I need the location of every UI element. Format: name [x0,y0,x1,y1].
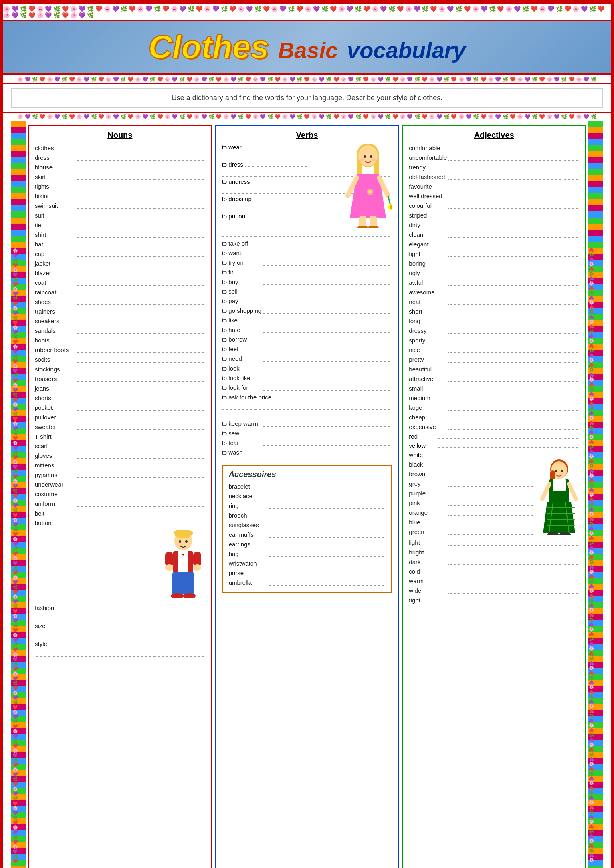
list-item: dirty [409,221,579,229]
list-item: beautiful [409,365,579,373]
list-item: well dressed [409,192,579,200]
list-item: to keep warm [222,419,392,428]
list-item: grey [409,479,536,488]
list-item: warm [409,577,579,585]
list-item: to take off [222,239,392,248]
list-item: favourite [409,182,579,191]
header: Clothes Basic vocabulary [3,21,611,75]
page: 🌸 💜 🌿 ❤️ 🌸 💜 🌿 ❤️ 🌸 💜 🌿 ❤️ 🌸 💜 🌿 ❤️ 🌸 💜 … [0,0,614,868]
mid-deco-strip: 🌸 💜 🌿 ❤️ 🌸 💜 🌿 ❤️ 🌸 💜 🌿 ❤️ 🌸 💜 🌿 ❤️ 🌸 💜 … [3,75,611,84]
list-item: blouse [35,163,205,171]
list-item: to fit [222,268,392,276]
header-title: Clothes Basic vocabulary [148,28,465,65]
svg-point-31 [368,226,379,228]
list-item: pretty [409,355,579,364]
list-item: jacket [35,259,205,268]
list-item: bracelet [229,482,386,491]
list-item: light [409,538,579,547]
list-item: nice [409,346,579,354]
adjectives-column: Adjectives comfortable uncomfortable tre… [402,125,586,868]
list-item: earrings [229,540,386,548]
list-item: ear muffs [229,530,386,539]
list-item: long [409,317,579,325]
svg-point-34 [360,158,365,161]
deco-icon-1: 🌸 💜 🌿 ❤️ 🌸 💜 🌿 ❤️ 🌸 💜 🌿 ❤️ 🌸 💜 🌿 ❤️ 🌸 💜 … [3,6,611,18]
deco-strip-2: 🌸 💜 🌿 ❤️ 🌸 💜 🌿 ❤️ 🌸 💜 🌿 ❤️ 🌸 💜 🌿 ❤️ 🌸 💜 … [3,112,611,121]
list-item: brooch [229,511,386,520]
deco-mid: 🌸 💜 🌿 ❤️ 🌸 💜 🌿 ❤️ 🌸 💜 🌿 ❤️ 🌸 💜 🌿 ❤️ 🌸 💜 … [17,77,596,82]
verbs-column: Verbs [215,125,399,868]
title-vocabulary: vocabulary [347,38,466,63]
list-item: jeans [35,384,205,393]
list-item: ugly [409,269,579,277]
vocabulary-columns: Nouns clothes dress blouse skirt tights … [26,121,588,868]
svg-point-19 [358,145,378,166]
list-item: to borrow [222,335,392,344]
list-item: to sell [222,287,392,296]
svg-point-8 [193,564,201,571]
list-item: necklace [229,492,386,500]
instruction-text: Use a dictionary and find the words for … [11,88,603,108]
list-item: pink [409,499,536,507]
list-item: sporty [409,336,579,344]
list-item: purse [229,569,386,577]
list-item: green [409,528,536,536]
list-item: to like [222,316,392,324]
svg-point-54 [561,470,563,472]
list-item: trendy [409,163,579,171]
list-item: pocket [35,403,205,412]
list-item: rubber boots [35,346,205,354]
main-content: 🌸💜🌿❤️🌸💜🌿❤️🌸💜🌿❤️🌸💜🌿❤️🌸💜🌿❤️🌸💜🌿❤️🌸💜🌿❤️🌸💜🌿❤️… [11,121,603,868]
nouns-header: Nouns [35,131,205,140]
list-item: raincoat [35,288,205,296]
title-clothes: Clothes [148,28,269,65]
list-item: shoes [35,298,205,306]
list-item: socks [35,355,205,364]
list-item: skirt [35,173,205,181]
boy-character [35,530,205,601]
svg-line-50 [569,484,576,499]
list-item: to ask for the price [222,393,392,401]
list-item: costume [35,490,205,498]
list-item: umbrella [229,578,386,587]
list-item: cold [409,567,579,576]
list-item: expensive [409,423,579,431]
svg-point-53 [555,470,557,472]
verbs-header: Verbs [222,131,392,140]
boy-figure-svg [161,530,205,598]
svg-point-35 [371,158,376,161]
list-item: uniform [35,499,205,508]
list-item: to buy [222,278,392,286]
girl-figure-2-svg [539,459,579,535]
list-item: pyjamas [35,471,205,479]
list-item: coat [35,278,205,287]
list-item: dark [409,558,579,566]
list-item: striped [409,211,579,220]
list-item: old-fashioned [409,173,579,181]
list-item: style [35,640,205,648]
list-item: clothes [35,144,205,152]
list-item: to hate [222,326,392,334]
list-item: tight [409,250,579,258]
list-item: purple [409,489,536,497]
girl-character [344,144,392,229]
list-item: bikini [35,192,205,200]
deco-2: 🌸 💜 🌿 ❤️ 🌸 💜 🌿 ❤️ 🌸 💜 🌿 ❤️ 🌸 💜 🌿 ❤️ 🌸 💜 … [17,114,596,119]
svg-point-22 [368,190,372,193]
list-item: attractive [409,375,579,383]
list-item: tight [409,596,579,604]
svg-point-7 [165,564,173,571]
list-item: blue [409,518,536,526]
list-item: sweater [35,423,205,431]
svg-point-30 [357,226,368,228]
list-item: clean [409,230,579,239]
list-item: wristwatch [229,559,386,568]
list-item: boots [35,336,205,344]
list-item: to pay [222,297,392,305]
list-item: sneakers [35,317,205,325]
svg-point-32 [364,155,366,158]
list-item: to tear [222,439,392,447]
list-item: to sew [222,429,392,437]
list-item: T-shirt [35,432,205,441]
svg-rect-5 [165,552,173,566]
